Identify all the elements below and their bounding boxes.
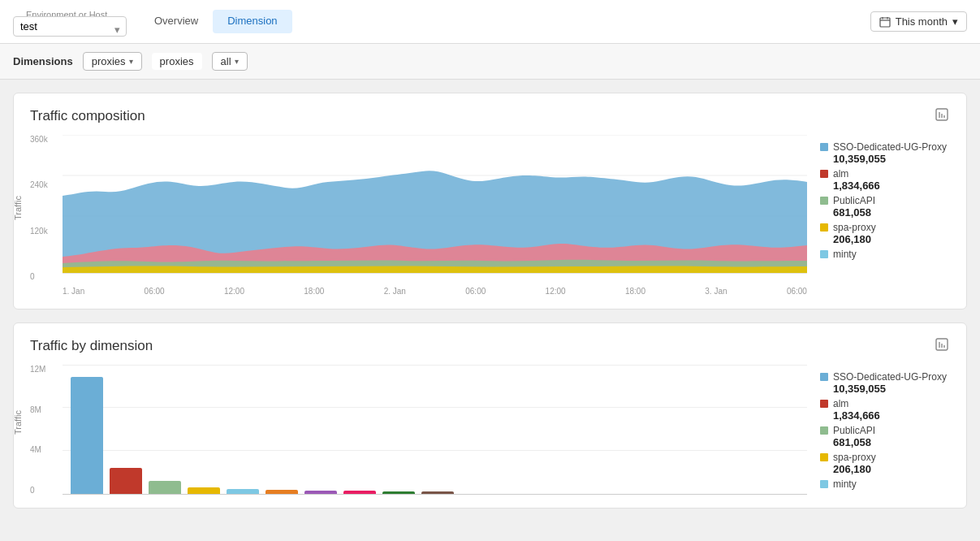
legend-dim-name-spa: spa-proxy [833,452,876,463]
legend-dim-publicapi: PublicAPI 681,058 [820,425,950,448]
legend-dot-publicapi [820,197,828,205]
legend-dim-value-sso: 10,359,055 [833,383,950,395]
area-chart-container: Traffic [30,135,807,296]
x-label-1800-2: 18:00 [625,287,645,296]
calendar-icon [879,16,891,28]
y-tick-0-dim: 0 [30,486,45,495]
legend-dim-spa: spa-proxy 206,180 [820,452,950,475]
svg-rect-0 [880,18,890,27]
dim-filter-proxies-1[interactable]: proxies ▾ [83,52,142,71]
legend-name-publicapi: PublicAPI [833,195,875,206]
x-label-1200-2: 12:00 [546,287,566,296]
dim-filter-proxies-1-arrow: ▾ [129,57,133,66]
legend-item-sso: SSO-Dedicated-UG-Proxy 10,359,055 [820,141,950,165]
export-icon-dimension[interactable] [934,336,950,355]
legend-item-spa: spa-proxy 206,180 [820,222,950,245]
grid-12m [63,365,807,366]
x-axis-labels: 1. Jan 06:00 12:00 18:00 2. Jan 06:00 12… [63,287,807,296]
legend-value-publicapi: 681,058 [833,206,950,219]
card-header-composition: Traffic composition [30,106,950,125]
x-label-1200-1: 12:00 [224,287,244,296]
legend-value-sso: 10,359,055 [833,153,950,165]
legend-dot-spa [820,223,828,232]
bar-publicapi[interactable] [149,481,181,494]
legend-dot-minty [820,250,828,258]
x-label-3jan: 3. Jan [705,287,727,296]
legend-item-alm: alm 1,834,666 [820,168,950,192]
x-label-1800-1: 18:00 [304,287,324,296]
env-select[interactable]: test [13,16,127,37]
tab-dimension[interactable]: Dimension [213,10,291,33]
dimensions-bar: Dimensions proxies ▾ proxies all ▾ [0,44,980,80]
export-icon-composition[interactable] [934,106,950,125]
legend-dimension: SSO-Dedicated-UG-Proxy 10,359,055 alm 1,… [820,365,950,495]
x-label-0600-1: 06:00 [145,287,165,296]
x-label-1jan: 1. Jan [63,287,84,296]
tab-overview[interactable]: Overview [140,10,213,33]
dim-filter-proxies-2-label: proxies [160,55,194,67]
legend-name-spa: spa-proxy [833,222,876,233]
x-label-0600-3: 06:00 [787,287,807,296]
dim-filter-all-arrow: ▾ [235,57,239,66]
y-tick-0: 0 [30,272,48,281]
legend-value-spa: 206,180 [833,233,950,245]
bar-8[interactable] [343,491,376,494]
x-label-0600-2: 06:00 [465,287,486,296]
legend-dot-sso [820,143,828,151]
date-filter-chevron: ▾ [952,15,958,28]
bar-9[interactable] [382,491,415,494]
bar-chart-container: Traffic [30,365,807,495]
legend-name-sso: SSO-Dedicated-UG-Proxy [833,141,947,153]
dimensions-label: Dimensions [13,55,73,67]
bars-container [63,377,807,494]
y-tick-12m: 12M [30,365,45,374]
legend-dim-alm: alm 1,834,666 [820,398,950,422]
legend-item-minty: minty [820,249,950,260]
legend-value-alm: 1,834,666 [833,180,950,192]
bar-6[interactable] [266,490,298,494]
traffic-by-dimension-title: Traffic by dimension [30,338,153,354]
y-axis-label-dimension: Traffic [13,410,23,435]
env-wrapper: Environment or Host name test ▾ [13,6,127,37]
legend-dim-value-publicapi: 681,058 [833,436,950,448]
dim-filter-all[interactable]: all ▾ [212,52,248,71]
tab-group: Overview Dimension [140,10,292,33]
y-axis-ticks-dimension: 12M 8M 4M 0 [30,365,45,495]
legend-dim-dot-publicapi [820,426,828,435]
bar-spa[interactable] [188,487,220,494]
bar-sso[interactable] [71,377,103,494]
y-tick-4m: 4M [30,445,45,454]
bar-alm[interactable] [110,468,142,494]
chart-area-composition: Traffic [30,135,950,296]
y-axis-label-composition: Traffic [13,196,23,220]
bar-10[interactable] [421,491,454,494]
y-axis-ticks-composition: 360k 240k 120k 0 [30,135,48,281]
content: Traffic composition Traffic [0,80,980,522]
bar-7[interactable] [304,491,337,494]
legend-name-alm: alm [833,168,848,180]
legend-dim-sso: SSO-Dedicated-UG-Proxy 10,359,055 [820,371,950,395]
legend-item-publicapi: PublicAPI 681,058 [820,195,950,219]
x-label-2jan: 2. Jan [384,287,406,296]
legend-dim-minty: minty [820,478,950,490]
legend-composition: SSO-Dedicated-UG-Proxy 10,359,055 alm 1,… [820,135,950,296]
traffic-by-dimension-card: Traffic by dimension Traffic [13,322,967,509]
bar-minty[interactable] [227,489,259,494]
traffic-composition-card: Traffic composition Traffic [13,93,967,309]
dim-filter-all-label: all [221,55,231,67]
top-bar: Environment or Host name test ▾ Overview… [0,0,980,44]
date-filter-label: This month [896,15,948,28]
area-chart-svg [63,135,807,281]
date-filter[interactable]: This month ▾ [870,11,967,32]
dim-filter-proxies-2[interactable]: proxies [152,53,202,70]
traffic-composition-title: Traffic composition [30,108,145,124]
legend-dim-dot-spa [820,453,828,461]
y-tick-8m: 8M [30,405,45,414]
legend-dim-name-minty: minty [833,478,857,490]
bar-chart-inner [63,365,807,495]
legend-dim-name-alm: alm [833,398,848,409]
legend-dim-value-spa: 206,180 [833,463,950,475]
legend-dim-name-sso: SSO-Dedicated-UG-Proxy [833,371,947,383]
y-tick-360k: 360k [30,135,48,144]
legend-dim-value-alm: 1,834,666 [833,409,950,422]
